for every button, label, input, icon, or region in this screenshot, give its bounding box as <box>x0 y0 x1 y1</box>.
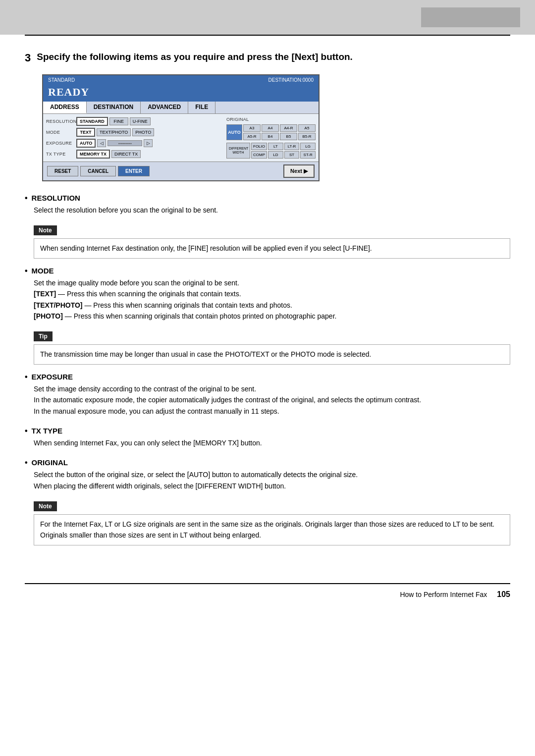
resolution-bullet: • <box>25 194 28 202</box>
footer-buttons: RESET CANCEL ENTER <box>47 166 150 176</box>
orig-b5-btn[interactable]: B5 <box>280 133 297 140</box>
mode-bullet: • <box>25 267 28 275</box>
txtype-heading: • TX TYPE <box>25 427 510 435</box>
resolution-section: • RESOLUTION Select the resolution befor… <box>25 194 510 216</box>
panel-ready-row: READY <box>43 85 319 102</box>
ui-left-panel: RESOLUTION STANDARD FINE U-FINE MODE TEX… <box>46 117 222 159</box>
ui-right-panel: ORIGINAL AUTO A3 A4 A4-R A5 A5-R B4 B5 B… <box>226 117 316 159</box>
mode-text3: [TEXT/PHOTO] — Press this when scanning … <box>34 300 510 311</box>
original-heading: • ORIGINAL <box>25 458 510 467</box>
exposure-bullet: • <box>25 373 28 381</box>
exposure-right-btn[interactable]: ▷ <box>144 139 153 147</box>
original-note-text: For the Internet Fax, LT or LG size orig… <box>40 520 494 539</box>
orig-a5r-btn[interactable]: A5-R <box>243 133 261 140</box>
orig-b5r-btn[interactable]: B5-R <box>298 133 316 140</box>
orig-str-btn[interactable]: ST-R <box>300 151 316 159</box>
original-note: Note For the Internet Fax, LT or LG size… <box>25 501 510 545</box>
original-section: • ORIGINAL Select the button of the orig… <box>25 458 510 491</box>
cancel-btn[interactable]: CANCEL <box>80 166 116 176</box>
mode-row: MODE TEXT TEXT/PHOTO PHOTO <box>46 128 222 137</box>
resolution-standard-btn[interactable]: STANDARD <box>76 117 108 126</box>
orig-comp-btn[interactable]: COMP <box>251 151 267 159</box>
tab-destination[interactable]: DESTINATION <box>87 102 141 113</box>
resolution-ufine-btn[interactable]: U-FINE <box>130 117 151 125</box>
txtype-text: When sending Internet Fax, you can only … <box>34 437 510 448</box>
mode-textphoto-rest: — Press this when scanning originals tha… <box>83 301 292 309</box>
original-size-grid: A3 A4 A4-R A5 A5-R B4 B5 B5-R <box>243 124 316 140</box>
mode-heading-text: MODE <box>32 267 54 275</box>
tab-file[interactable]: FILE <box>188 102 215 113</box>
mode-heading: • MODE <box>25 267 510 275</box>
resolution-fine-btn[interactable]: FINE <box>109 117 128 125</box>
txtype-label: TX TYPE <box>46 152 75 157</box>
original-diff-width-row: DIFFERENTWIDTH FOLIO LT LT-R LG COMP LD … <box>226 143 316 159</box>
exposure-heading-text: EXPOSURE <box>32 373 73 381</box>
orig-lg-btn[interactable]: LG <box>300 143 316 150</box>
orig-ld-btn[interactable]: LD <box>268 151 283 159</box>
orig-st-btn[interactable]: ST <box>284 151 300 159</box>
orig-folio-btn[interactable]: FOLIO <box>251 143 267 150</box>
note-label: Note <box>34 225 57 235</box>
orig-b4-btn[interactable]: B4 <box>262 133 279 140</box>
mode-label: MODE <box>46 130 75 135</box>
resolution-text: Select the resolution before you scan th… <box>34 205 510 216</box>
mode-tip-content: The transmission time may be longer than… <box>34 344 510 364</box>
original-heading-text: ORIGINAL <box>32 458 68 467</box>
original-bullet: • <box>25 459 28 467</box>
original-note-label: Note <box>34 501 57 511</box>
txtype-bullet: • <box>25 427 28 435</box>
top-bar <box>0 0 535 35</box>
original-top-area: AUTO A3 A4 A4-R A5 A5-R B4 B5 B5-R <box>226 124 316 140</box>
orig-a3-btn[interactable]: A3 <box>243 124 261 132</box>
step-number: 3 <box>25 52 31 64</box>
txtype-memory-btn[interactable]: MEMORY TX <box>76 150 110 159</box>
panel-ready-text: READY <box>48 86 89 98</box>
mode-text4: [PHOTO] — Press this when scanning origi… <box>34 311 510 322</box>
ui-panel-tabs: ADDRESS DESTINATION ADVANCED FILE <box>43 102 319 114</box>
original-note-content: For the Internet Fax, LT or LG size orig… <box>34 514 510 545</box>
tab-advanced[interactable]: ADVANCED <box>141 102 188 113</box>
original-text1: Select the button of the original size, … <box>34 469 510 480</box>
mode-photo-btn[interactable]: PHOTO <box>132 128 154 136</box>
tip-label: Tip <box>34 331 53 341</box>
exposure-slider[interactable]: ▪▪▪▪▪▪▪▪▪▪▪ <box>107 140 142 146</box>
orig-lt-btn[interactable]: LT <box>268 143 283 150</box>
resolution-label: RESOLUTION <box>46 119 75 124</box>
reset-btn[interactable]: RESET <box>47 166 78 176</box>
exposure-label: EXPOSURE <box>46 141 75 146</box>
exposure-row: EXPOSURE AUTO ◁ ▪▪▪▪▪▪▪▪▪▪▪ ▷ <box>46 139 222 148</box>
exposure-text2: In the automatic exposure mode, the copi… <box>34 394 510 405</box>
original-auto-btn[interactable]: AUTO <box>226 124 242 140</box>
mode-text-btn[interactable]: TEXT <box>76 128 95 137</box>
tab-address[interactable]: ADDRESS <box>43 102 87 113</box>
ui-panel: STANDARD DESTINATION:0000 READY ADDRESS … <box>42 74 320 181</box>
orig-a5-btn[interactable]: A5 <box>298 124 316 132</box>
exposure-text1: Set the image density according to the c… <box>34 383 510 394</box>
orig-ltr-btn[interactable]: LT-R <box>284 143 300 150</box>
resolution-heading-text: RESOLUTION <box>32 194 80 202</box>
exposure-section: • EXPOSURE Set the image density accordi… <box>25 373 510 417</box>
resolution-note: Note When sending Internet Fax destinati… <box>25 225 510 258</box>
enter-btn[interactable]: ENTER <box>118 166 150 176</box>
ui-panel-header: STANDARD DESTINATION:0000 <box>43 75 319 85</box>
main-content: 3 Specify the following items as you req… <box>0 36 535 583</box>
exposure-left-btn[interactable]: ◁ <box>97 139 106 147</box>
mode-photo-rest: — Press this when scanning originals tha… <box>63 312 337 320</box>
resolution-note-content: When sending Internet Fax destination on… <box>34 238 510 258</box>
ui-panel-footer: RESET CANCEL ENTER Next ▶ <box>43 162 319 180</box>
panel-standard-label: STANDARD <box>48 77 75 83</box>
ui-panel-body: RESOLUTION STANDARD FINE U-FINE MODE TEX… <box>43 114 319 162</box>
orig-a4-btn[interactable]: A4 <box>262 124 279 132</box>
orig-a4r-btn[interactable]: A4-R <box>280 124 297 132</box>
exposure-auto-btn[interactable]: AUTO <box>76 139 96 148</box>
txtype-direct-btn[interactable]: DIRECT TX <box>111 150 141 158</box>
exposure-heading: • EXPOSURE <box>25 373 510 381</box>
txtype-heading-text: TX TYPE <box>32 427 63 435</box>
mode-section: • MODE Set the image quality mode before… <box>25 267 510 322</box>
mode-textphoto-btn[interactable]: TEXT/PHOTO <box>97 128 131 136</box>
resolution-note-text: When sending Internet Fax destination on… <box>40 244 372 252</box>
orig-diffwidth-btn[interactable]: DIFFERENTWIDTH <box>226 143 250 159</box>
footer-text: How to Perform Internet Fax <box>400 591 487 598</box>
next-btn[interactable]: Next ▶ <box>283 164 315 178</box>
original-label: ORIGINAL <box>226 117 316 122</box>
